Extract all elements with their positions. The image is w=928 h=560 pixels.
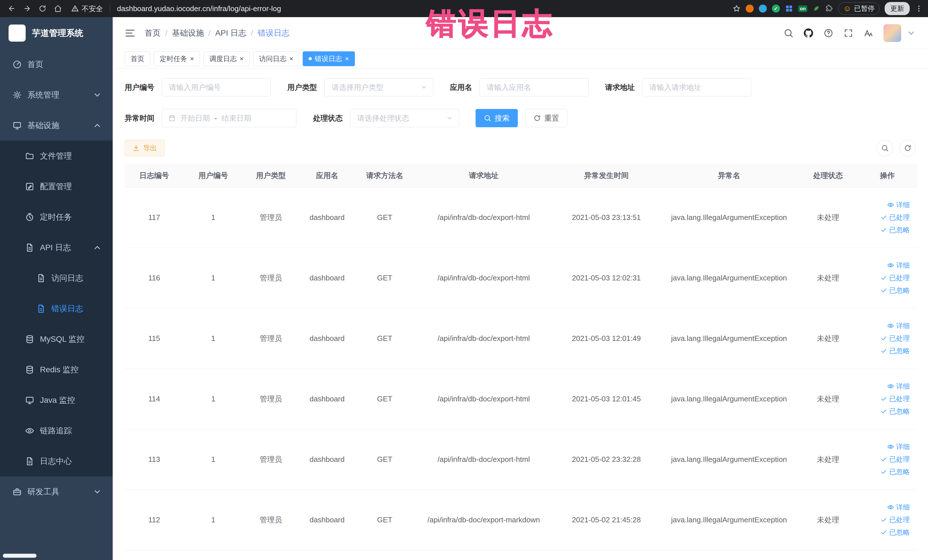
browser-menu-icon[interactable] [915,5,923,12]
app-name-input[interactable] [479,78,589,96]
user-id-input[interactable] [162,78,271,96]
home-icon[interactable] [51,2,64,15]
check-icon [881,408,887,415]
tab-1[interactable]: 定时任务× [154,51,200,66]
action-ignored-link[interactable]: 已忽略 [881,225,910,235]
close-icon[interactable]: × [289,55,293,62]
process-status-select[interactable]: 请选择处理状态 [350,109,459,127]
breadcrumb-item-2[interactable]: API 日志 [215,27,246,38]
sidebar-item-3[interactable]: 文件管理 [0,140,113,171]
sidebar-item-13[interactable]: 日志中心 [0,446,113,476]
ext-green-check-icon[interactable]: ✓ [772,5,780,12]
fullscreen-icon[interactable] [844,28,853,38]
cell-actions: 详细已处理已忽略 [858,308,917,369]
refresh-table-button[interactable] [899,140,916,156]
action-detail-link[interactable]: 详细 [887,503,910,512]
action-ignored-link[interactable]: 已忽略 [881,346,910,356]
reset-button[interactable]: 重置 [525,109,568,127]
ext-blue-drop-icon[interactable] [759,5,767,12]
github-icon[interactable] [804,28,814,38]
action-processed-link[interactable]: 已处理 [881,394,910,403]
column-header-8: 处理状态 [798,164,858,187]
sidebar-item-7[interactable]: 访问日志 [0,263,113,293]
tab-2[interactable]: 调度日志× [203,51,250,66]
sidebar-item-10[interactable]: Redis 监控 [0,354,113,385]
extensions-puzzle-icon[interactable] [825,5,833,12]
ext-leaf-icon[interactable] [812,5,820,12]
action-detail-link[interactable]: 详细 [887,200,910,209]
sidebar-item-9[interactable]: MySQL 监控 [0,324,113,354]
user-avatar[interactable] [884,24,901,42]
tab-0[interactable]: 首页 [125,51,150,66]
app-logo[interactable]: 芋道管理系统 [0,17,113,49]
reload-icon[interactable] [36,2,49,15]
tab-3[interactable]: 访问日志× [253,51,299,66]
action-detail-link[interactable]: 详细 [887,321,910,330]
breadcrumb-item-1[interactable]: 基础设施 [172,27,204,38]
action-detail-link[interactable]: 详细 [887,382,910,391]
security-chip[interactable]: 不安全 [71,4,103,14]
close-icon[interactable]: × [240,55,244,62]
sidebar-item-12[interactable]: 链路追踪 [0,415,113,446]
action-processed-link[interactable]: 已处理 [881,515,910,524]
forward-icon[interactable] [21,2,34,15]
sidebar-item-0[interactable]: 首页 [0,49,113,79]
search-icon [484,114,491,122]
exception-time-range-picker[interactable]: 开始日期 - 结束日期 [162,109,296,127]
action-processed-link[interactable]: 已处理 [881,273,910,282]
sidebar-item-4[interactable]: 配置管理 [0,171,113,202]
export-button[interactable]: 导出 [125,140,165,156]
ext-on-badge[interactable]: on [798,5,807,12]
sidebar-item-14[interactable]: 研发工具 [0,476,113,507]
sidebar-item-11[interactable]: Java 监控 [0,385,113,415]
cell-time: 2021-05-03 12:01:45 [553,369,659,429]
action-ignored-link[interactable]: 已忽略 [881,407,910,416]
action-ignored-link[interactable]: 已忽略 [881,286,910,295]
tab-4[interactable]: 错误日志× [303,51,355,66]
action-ignored-link[interactable]: 已忽略 [881,467,910,476]
search-button[interactable]: 搜索 [476,109,518,127]
column-header-9: 操作 [858,164,917,187]
address-url[interactable]: dashboard.yudao.iocoder.cn/infra/log/api… [117,4,281,13]
breadcrumb-item-0[interactable]: 首页 [145,27,160,38]
column-header-4: 请求方法名 [355,164,414,187]
toggle-search-button[interactable] [877,140,893,156]
action-label: 详细 [896,503,910,512]
table-row-2: 1151管理员dashboardGET/api/infra/db-doc/exp… [125,308,917,369]
close-icon[interactable]: × [345,55,349,62]
cell-user_id: 1 [184,490,243,550]
action-detail-link[interactable]: 详细 [887,442,910,451]
help-icon[interactable] [824,28,833,38]
cell-status: 未处理 [798,369,858,429]
search-icon[interactable] [784,28,793,38]
close-icon[interactable]: × [190,55,194,62]
back-icon[interactable] [5,2,18,15]
sidebar-item-5[interactable]: 定时任务 [0,202,113,232]
sidebar-item-2[interactable]: 基础设施 [0,110,113,140]
paused-badge[interactable]: ☺ 已暂停 [838,2,879,15]
action-processed-link[interactable]: 已处理 [881,213,910,222]
cell-time: 2021-05-02 21:45:28 [553,490,659,550]
sidebar-item-6[interactable]: API 日志 [0,232,113,263]
avatar-caret-icon[interactable] [906,28,916,38]
ext-orange-circle-icon[interactable] [746,5,754,12]
hamburger-icon[interactable] [125,27,136,38]
bookmark-star-icon[interactable] [733,5,740,12]
user-type-select[interactable]: 请选择用户类型 [324,78,433,96]
action-detail-link[interactable]: 详细 [887,261,910,270]
browser-update-button[interactable]: 更新 [885,2,910,15]
font-size-icon[interactable] [864,28,873,38]
browser-chrome: 不安全 dashboard.yudao.iocoder.cn/infra/log… [0,0,928,17]
action-processed-link[interactable]: 已处理 [881,334,910,343]
sidebar-scrollbar[interactable] [3,554,37,558]
action-processed-link[interactable]: 已处理 [881,455,910,464]
action-label: 已忽略 [889,346,910,356]
exception-time-label: 异常时间 [125,113,154,123]
action-ignored-link[interactable]: 已忽略 [881,528,910,537]
sidebar-item-1[interactable]: 系统管理 [0,79,113,110]
ext-blue-grid-icon[interactable] [785,5,793,12]
sidebar-item-8[interactable]: 错误日志 [0,293,113,324]
request-url-input[interactable] [642,78,751,96]
cell-method: GET [355,308,414,369]
tab-label: 首页 [131,54,144,63]
